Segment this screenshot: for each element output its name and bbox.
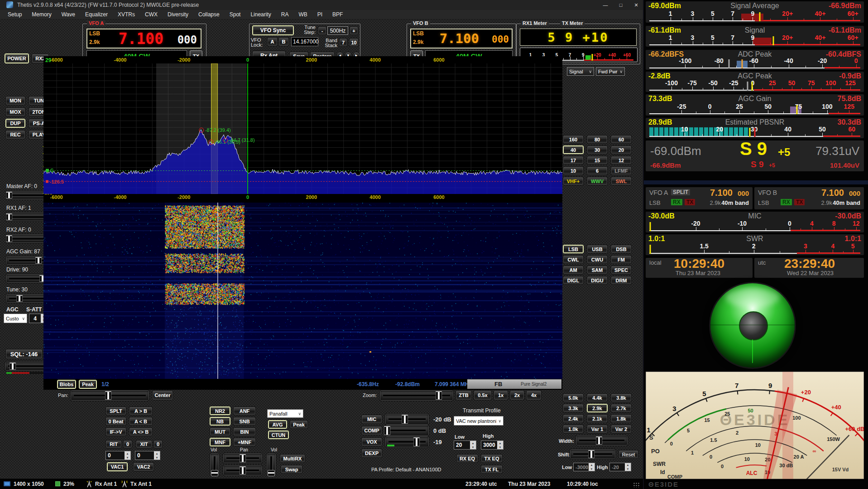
- zoom-4x-button[interactable]: 4x: [526, 390, 542, 400]
- dsp-button-mut[interactable]: MUT: [210, 427, 230, 436]
- filter-low-stepper[interactable]: -3000▲▼: [573, 463, 595, 471]
- menu-diversity[interactable]: Diversity: [163, 10, 193, 19]
- band-button-80[interactable]: 80: [587, 135, 608, 144]
- band-button-30[interactable]: 30: [587, 145, 608, 154]
- slider-thumb[interactable]: [105, 391, 112, 400]
- slider-thumb[interactable]: [6, 235, 13, 242]
- mode-button-spec[interactable]: SPEC: [611, 266, 632, 274]
- menu-bpf[interactable]: BPF: [327, 10, 348, 19]
- filter-button-2-9k[interactable]: 2.9k: [587, 404, 608, 412]
- tab-fb[interactable]: FB: [494, 381, 502, 387]
- slider-thumb[interactable]: [596, 436, 603, 445]
- tab-pure-signal[interactable]: Pure Signal2: [521, 382, 547, 387]
- mode-button-usb[interactable]: USB: [587, 245, 608, 253]
- menu-wb[interactable]: WB: [293, 10, 312, 19]
- filter-button-2-4k[interactable]: 2.4k: [563, 414, 584, 423]
- rx-eq-button[interactable]: RX EQ: [456, 454, 478, 463]
- slider-thumb[interactable]: [240, 454, 246, 462]
- minimize-button[interactable]: —: [598, 0, 613, 10]
- band-button-6[interactable]: 6: [587, 166, 608, 175]
- vfo-lock-b-button[interactable]: B: [278, 37, 289, 46]
- filter-high-stepper[interactable]: -20▲▼: [609, 463, 631, 471]
- zoom-0-5x-button[interactable]: 0.5x: [474, 390, 492, 400]
- slider-thumb[interactable]: [9, 363, 16, 370]
- menu-linearity[interactable]: Linearity: [245, 10, 276, 19]
- xit-button[interactable]: XIT: [136, 440, 152, 448]
- tx-button-dup[interactable]: DUP: [5, 119, 25, 128]
- slider-thumb[interactable]: [16, 295, 23, 302]
- filter-button-1-8k[interactable]: 1.8k: [611, 414, 632, 423]
- width-slider[interactable]: [575, 435, 628, 446]
- menu-setup[interactable]: Setup: [3, 10, 27, 19]
- tx-fl-button[interactable]: TX FL: [481, 465, 503, 474]
- mode-button-lsb[interactable]: LSB: [563, 245, 584, 253]
- dsp-button-mnf[interactable]: MNF: [210, 438, 230, 446]
- slider-thumb[interactable]: [588, 450, 595, 458]
- tune-step-minus-button[interactable]: -: [318, 26, 326, 35]
- vfo-op-button-a-b[interactable]: A < B: [129, 417, 153, 426]
- dsp-button-nb[interactable]: NB: [210, 417, 230, 426]
- vac1-button[interactable]: VAC1: [107, 462, 128, 471]
- mode-button-cwl[interactable]: CWL: [563, 255, 584, 264]
- mode-button-drm[interactable]: DRM: [611, 276, 632, 285]
- band-button-160[interactable]: 160: [563, 135, 584, 144]
- vfo-op-button-a-b[interactable]: A > B: [129, 407, 153, 415]
- comp-slider[interactable]: [385, 425, 429, 436]
- blobs-button[interactable]: Blobs: [57, 380, 76, 389]
- band-button-lfmf[interactable]: LFMF: [611, 166, 632, 175]
- swap-button[interactable]: Swap: [281, 465, 302, 474]
- zoom-2x-button[interactable]: 2x: [510, 390, 524, 400]
- comp-button[interactable]: COMP: [361, 426, 382, 435]
- mic-button[interactable]: MIC: [361, 415, 382, 424]
- rit-value[interactable]: 0: [123, 440, 132, 448]
- power-button[interactable]: POWER: [5, 53, 29, 63]
- vac2-button[interactable]: VAC2: [133, 462, 154, 471]
- mode-button-digu[interactable]: DIGU: [587, 276, 608, 285]
- center-button[interactable]: Center: [152, 390, 173, 400]
- tune-slider[interactable]: [5, 294, 48, 303]
- mode-button-am[interactable]: AM: [563, 266, 584, 274]
- band-button-40[interactable]: 40: [563, 145, 584, 154]
- menu-pi[interactable]: PI: [312, 10, 327, 19]
- menu-equalizer[interactable]: Equalizer: [80, 10, 113, 19]
- ctun-button[interactable]: CTUN: [268, 431, 289, 439]
- vfo-lock-a-button[interactable]: A: [267, 37, 278, 46]
- dsp-button-mnf[interactable]: +MNF: [233, 438, 256, 446]
- ztb-button[interactable]: ZTB: [456, 390, 472, 400]
- filter-button-var-1[interactable]: Var 1: [587, 425, 608, 433]
- multirx-button[interactable]: MultiRX: [280, 454, 305, 463]
- xit-stepper[interactable]: 0▲▼: [135, 451, 160, 460]
- tx-button-rec[interactable]: REC: [5, 130, 25, 139]
- agc-mode-dropdown[interactable]: Custo∨: [4, 314, 27, 323]
- dsp-button-anf[interactable]: ANF: [233, 407, 256, 415]
- menu-memory[interactable]: Memory: [27, 10, 56, 19]
- slider-thumb[interactable]: [384, 426, 390, 435]
- slider-thumb[interactable]: [6, 213, 13, 220]
- xit-value[interactable]: 0: [153, 440, 163, 448]
- shift-reset-button[interactable]: Reset: [619, 450, 638, 459]
- mode-button-fm[interactable]: FM: [611, 255, 632, 264]
- rit-stepper[interactable]: 0▲▼: [106, 451, 131, 460]
- mode-button-cwu[interactable]: CWU: [587, 255, 608, 264]
- slider-thumb[interactable]: [240, 466, 246, 474]
- mode-button-digl[interactable]: DIGL: [563, 276, 584, 285]
- drive-slider[interactable]: [5, 274, 48, 283]
- zoom-1x-button[interactable]: 1x: [494, 390, 508, 400]
- dsp-button-snb[interactable]: SNB: [233, 417, 256, 426]
- vfo-op-button-a-b[interactable]: A <> B: [129, 427, 153, 436]
- band-button-vhf[interactable]: VHF+: [563, 177, 584, 185]
- pan-slider[interactable]: [70, 390, 149, 401]
- band-button-17[interactable]: 17: [563, 156, 584, 165]
- slider-thumb[interactable]: [6, 192, 13, 199]
- filter-button-var-2[interactable]: Var 2: [611, 425, 632, 433]
- rx2-pan-slider[interactable]: [223, 465, 263, 476]
- rx1-pan-slider[interactable]: [223, 453, 263, 464]
- slider-thumb[interactable]: [413, 437, 420, 446]
- rx1-vol-slider[interactable]: [210, 453, 220, 476]
- close-button[interactable]: ✕: [628, 0, 644, 10]
- vfo-op-button-splt[interactable]: SPLT: [106, 407, 126, 415]
- filter-button-1-0k[interactable]: 1.0k: [563, 425, 584, 433]
- mode-button-sam[interactable]: SAM: [587, 266, 608, 274]
- rx2-af-slider[interactable]: [5, 234, 48, 243]
- mode-button-dsb[interactable]: DSB: [611, 245, 632, 253]
